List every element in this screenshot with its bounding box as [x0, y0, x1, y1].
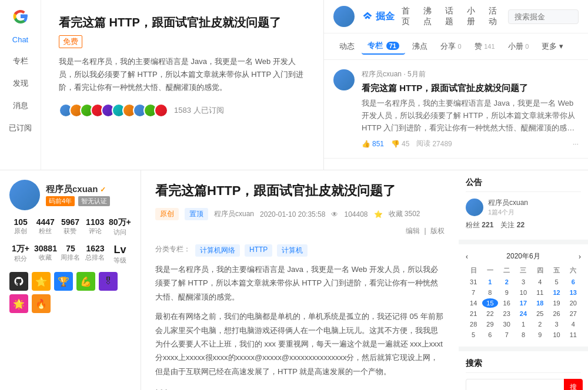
cal-date: 28 — [466, 320, 481, 329]
cat-http[interactable]: HTTP — [245, 244, 272, 257]
thumbs-up-icon: 👍 — [362, 140, 370, 148]
cal-date[interactable]: 1 — [482, 277, 497, 287]
edit-link[interactable]: 编辑 — [406, 227, 420, 235]
cal-date: 4 — [532, 277, 547, 287]
cal-date: 26 — [549, 309, 564, 318]
nav-book[interactable]: 小册 — [467, 6, 479, 27]
badge-purple1: 🎖 — [99, 272, 118, 291]
profile-row: 程序员cxuan 1篇4个月 — [466, 198, 581, 217]
cal-date[interactable]: 17 — [516, 298, 531, 308]
juejin-panel: 掘金 首页 沸点 话题 小册 活动 动态 专栏 71 沸点 分享 0 赞 141… — [323, 0, 588, 170]
feed-likes: 👍 851 — [362, 140, 384, 148]
announcement-widget: 公告 程序员cxuan 1篇4个月 粉丝 221 关注 22 — [459, 170, 588, 240]
juejin-logo — [333, 6, 355, 27]
points-value: 1万+ — [12, 244, 29, 254]
feed-time: · 5月前 — [403, 70, 425, 78]
stat-comments: 1103 评论 — [84, 217, 106, 237]
juejin-sub-nav: 动态 专栏 71 沸点 分享 0 赞 141 小册 0 更多 ▾ — [324, 33, 588, 60]
stat-fans: 4447 粉丝 — [34, 217, 56, 237]
body-para-1: 我是一名程序员，我的主要编程语言是 Java，我更是一名 Web 开发人员，所以… — [155, 263, 445, 304]
points-label: 积分 — [14, 254, 27, 263]
cat-network[interactable]: 计算机网络 — [195, 244, 240, 257]
cal-title: 2020年6月 — [506, 251, 540, 261]
comments-value: 1103 — [86, 217, 104, 227]
badges-row: ⭐ 🏆 💪 🎖 🌟 🔥 — [9, 272, 131, 313]
sub-nav-more[interactable]: 更多 ▾ — [536, 39, 569, 54]
tag-pinned: 置顶 — [185, 208, 208, 220]
fans-value: 4447 — [36, 217, 55, 227]
sidebar-item-column[interactable]: 专栏 — [0, 52, 41, 70]
nav-topic[interactable]: 话题 — [445, 6, 457, 27]
cal-date[interactable]: 12 — [549, 288, 564, 297]
cal-date[interactable]: 6 — [566, 277, 581, 287]
profile-meta: 程序员cxuan 1篇4个月 — [488, 198, 528, 217]
total-rank-label: 总排名 — [85, 253, 105, 262]
cal-next[interactable]: › — [579, 253, 581, 261]
cal-date: 14 — [466, 298, 481, 308]
sub-nav-share[interactable]: 分享 0 — [435, 39, 467, 54]
cal-date: 5 — [549, 277, 564, 287]
cal-date: 23 — [499, 309, 514, 318]
header-avatar — [333, 6, 355, 27]
section-title: 认识 HTTP — [155, 386, 445, 390]
cal-date[interactable]: 2 — [499, 277, 514, 287]
original-value: 105 — [14, 217, 27, 227]
author-name: 程序员cxuan — [46, 184, 98, 195]
cal-day-sat: 六 — [566, 265, 581, 276]
feed-dislikes: 👎 45 — [391, 140, 409, 148]
nav-hotspot[interactable]: 沸点 — [423, 6, 436, 27]
search-input[interactable] — [466, 379, 564, 390]
nav-home[interactable]: 首页 — [402, 6, 414, 27]
views-count: 27489 — [432, 140, 452, 148]
sidebar-item-messages[interactable]: 消息 — [0, 97, 41, 115]
sub-nav-hotspot[interactable]: 沸点 — [406, 39, 433, 54]
sub-nav-activity[interactable]: 动态 — [333, 39, 360, 54]
author-avatar — [9, 180, 40, 210]
following-stat: 关注 22 — [500, 220, 524, 230]
sidebar-item-chat[interactable]: Chat — [0, 32, 41, 48]
search-button[interactable]: 搜索 — [564, 379, 583, 390]
likes-label: 获赞 — [64, 227, 76, 236]
nav-activity[interactable]: 活动 — [489, 6, 501, 27]
likes-value: 5967 — [61, 217, 79, 227]
cal-date: 9 — [499, 288, 514, 297]
collections-label: 收藏 — [39, 253, 52, 262]
star-icon: ⭐ — [374, 210, 383, 218]
cat-computer[interactable]: 计算机 — [277, 244, 308, 257]
sub-nav-column[interactable]: 专栏 71 — [362, 38, 405, 55]
sidebar-item-discover[interactable]: 发现 — [0, 75, 41, 92]
juejin-header: 掘金 首页 沸点 话题 小册 活动 — [324, 0, 588, 33]
juejin-search-input[interactable] — [508, 9, 579, 24]
sidebar-item-subscribed[interactable]: 已订阅 — [0, 119, 41, 137]
avatar-group — [59, 103, 168, 117]
fans-stat: 粉丝 221 — [466, 220, 493, 230]
badge-orange2: 🔥 — [32, 294, 51, 313]
dislikes-count: 45 — [402, 140, 409, 148]
cal-date: 3 — [549, 320, 564, 329]
cal-day-thu: 四 — [532, 265, 547, 276]
article-views: 104408 — [344, 210, 368, 218]
search-title: 搜索 — [466, 358, 581, 373]
juejin-nav: 首页 沸点 话题 小册 活动 — [402, 6, 501, 27]
author-stats-row2: 1万+ 积分 30881 收藏 75 周排名 1623 总排名 Lv 等级 — [9, 244, 131, 265]
sub-nav-booklet[interactable]: 小册 0 — [502, 39, 535, 54]
cal-today[interactable]: 15 — [482, 298, 497, 308]
cal-date: 11 — [566, 330, 581, 339]
cal-date: 20 — [566, 298, 581, 308]
right-sidebar: 公告 程序员cxuan 1篇4个月 粉丝 221 关注 22 ‹ 2020年6月… — [459, 170, 588, 390]
sub-nav-likes[interactable]: 赞 141 — [469, 39, 501, 54]
cal-day-fri: 五 — [549, 265, 564, 276]
feed-article-title[interactable]: 看完这篇 HTTP，跟面试官扯皮就没问题了 — [362, 82, 579, 94]
article-author[interactable]: 程序员cxuan — [214, 209, 254, 219]
cal-prev[interactable]: ‹ — [466, 253, 468, 261]
likes-count: 851 — [372, 140, 384, 148]
cal-date[interactable]: 24 — [516, 309, 531, 318]
subscriber-row: 1583 人已订阅 — [59, 103, 306, 117]
cal-date[interactable]: 13 — [566, 288, 581, 297]
rights-link[interactable]: 版权 — [430, 227, 445, 235]
weekly-rank-label: 周排名 — [61, 253, 80, 262]
weekly-rank-value: 75 — [66, 244, 75, 253]
category-label: 分类专栏： — [155, 244, 191, 257]
cal-date[interactable]: 18 — [532, 298, 547, 308]
stat-original: 105 原创 — [9, 217, 32, 237]
